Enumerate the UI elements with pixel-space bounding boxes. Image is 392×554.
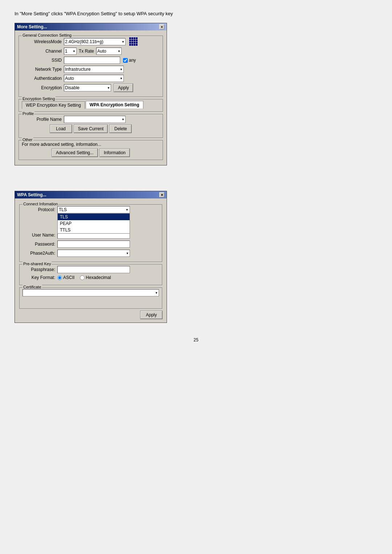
tx-rate-select-wrapper: Auto (96, 48, 122, 55)
password-input[interactable] (57, 241, 130, 248)
certificate-select[interactable] (23, 289, 159, 296)
phase2auth-select[interactable] (57, 250, 130, 257)
password-row: Password: (23, 241, 159, 248)
certificate-label: Certificate (23, 285, 42, 289)
apply-button-general[interactable]: Apply (114, 84, 133, 92)
wpa-apply-button[interactable]: Apply (140, 311, 162, 319)
key-format-label: Key Format: (23, 275, 55, 280)
ascii-radio[interactable] (57, 275, 62, 280)
phase2auth-select-wrapper (57, 250, 130, 257)
wpa-tab-button[interactable]: WPA Encryption Setting (86, 101, 143, 109)
profile-name-select[interactable] (64, 116, 126, 123)
wpa-apply-row: Apply (19, 311, 162, 319)
general-connection-group: General Connection Setting WirelessMode … (19, 36, 163, 97)
pre-shared-key-label: Pre-shared Key (23, 262, 52, 266)
encryption-label: Encryption (22, 85, 62, 90)
delete-button[interactable]: Delete (110, 125, 131, 133)
wpa-setting-content: Connect Infomation Protocol: TLS ▼ TLS P… (15, 198, 167, 323)
other-description: For more advanced setting, information..… (22, 142, 160, 147)
other-buttons-row: Advanced Setting... Information (22, 149, 160, 157)
certificate-select-wrapper (23, 289, 159, 296)
close-icon: ✕ (160, 193, 163, 197)
load-button[interactable]: Load (50, 125, 72, 133)
ssid-any-label: any (129, 58, 136, 63)
channel-select[interactable]: 1 (64, 48, 77, 55)
wpa-setting-close-button[interactable]: ✕ (159, 192, 164, 197)
profile-group: Profile Profile Name Load Save Current D… (19, 114, 163, 138)
key-format-radio-group: ASCII Hexadecimal (57, 275, 111, 280)
certificate-row (23, 289, 159, 296)
channel-row: Channel 1 Tx Rate Auto (22, 48, 160, 55)
more-setting-title-bar: More Setting... × (15, 23, 167, 30)
auth-select[interactable]: Auto (64, 75, 124, 82)
protocol-options-list: TLS PEAP TTLS (57, 213, 130, 234)
hexadecimal-radio-label[interactable]: Hexadecimal (80, 275, 111, 280)
wireless-mode-select-wrapper: 2.4GHz(802.11b+g) (64, 38, 126, 45)
wpa-setting-title: WPA Setting... (17, 192, 46, 197)
grid-icon (129, 37, 138, 46)
network-type-row: Network Type Infrastructure (22, 66, 160, 73)
page-description: In "More Setting" clicks "WPA Encryption… (15, 11, 377, 16)
key-format-row: Key Format: ASCII Hexadecimal (23, 275, 159, 280)
ssid-row: SSID any (22, 57, 160, 64)
pre-shared-key-group: Pre-shared Key Passphrase: Key Format: A… (19, 264, 162, 285)
tx-rate-select[interactable]: Auto (96, 48, 122, 55)
wireless-mode-label: WirelessMode (22, 39, 62, 44)
channel-label: Channel (22, 49, 62, 54)
protocol-option-tls[interactable]: TLS (58, 214, 130, 220)
password-label: Password: (23, 242, 55, 247)
wireless-mode-row: WirelessMode 2.4GHz(802.11b+g) (22, 37, 160, 46)
tx-rate-label: Tx Rate (79, 49, 94, 54)
channel-select-wrapper: 1 (64, 48, 77, 55)
encryption-select[interactable]: Disable (64, 84, 111, 91)
encryption-setting-group: Encryption Setting WEP Encryption Key Se… (19, 99, 163, 112)
hexadecimal-label: Hexadecimal (86, 275, 111, 280)
protocol-select-box[interactable]: TLS ▼ (57, 206, 130, 213)
protocol-selected-value: TLS (59, 207, 67, 212)
connect-info-group: Connect Infomation Protocol: TLS ▼ TLS P… (19, 204, 162, 262)
encryption-row: Encryption Disable Apply (22, 84, 160, 92)
advanced-setting-button[interactable]: Advanced Setting... (52, 149, 98, 157)
wpa-setting-title-bar: WPA Setting... ✕ (15, 191, 167, 198)
other-label: Other (22, 138, 33, 142)
hexadecimal-radio[interactable] (80, 275, 85, 280)
protocol-dropdown-arrow: ▼ (126, 208, 128, 212)
passphrase-label: Passphrase: (23, 267, 55, 272)
connect-info-label: Connect Infomation (23, 202, 58, 206)
protocol-option-ttls[interactable]: TTLS (58, 227, 130, 233)
ssid-label: SSID (22, 58, 62, 63)
auth-label: Authentication (22, 76, 62, 81)
username-label: User Name: (23, 233, 55, 238)
protocol-row: Protocol: TLS ▼ TLS PEAP TTLS (23, 206, 159, 213)
passphrase-row: Passphrase: (23, 266, 159, 273)
network-type-select[interactable]: Infrastructure (64, 66, 124, 73)
more-setting-window: More Setting... × General Connection Set… (15, 23, 167, 165)
ssid-any-checkbox[interactable] (123, 58, 128, 63)
protocol-option-peap[interactable]: PEAP (58, 220, 130, 227)
certificate-group: Certificate (19, 287, 162, 309)
general-connection-label: General Connection Setting (22, 33, 72, 37)
information-button[interactable]: Information (100, 149, 130, 157)
protocol-dropdown-container: TLS ▼ TLS PEAP TTLS (57, 206, 130, 213)
profile-name-label: Profile Name (22, 117, 62, 122)
phase2auth-row: Phase2Auth: (23, 250, 159, 257)
page-number: 25 (15, 337, 377, 342)
more-setting-content: General Connection Setting WirelessMode … (15, 30, 167, 165)
wireless-mode-select[interactable]: 2.4GHz(802.11b+g) (64, 38, 126, 45)
auth-row: Authentication Auto (22, 75, 160, 82)
auth-select-wrapper: Auto (64, 75, 124, 82)
wep-tab-button[interactable]: WEP Encryption Key Setting (22, 101, 85, 109)
ascii-radio-label[interactable]: ASCII (57, 275, 74, 280)
encryption-select-wrapper: Disable (64, 84, 111, 91)
profile-label: Profile (22, 111, 34, 116)
encryption-setting-label: Encryption Setting (22, 97, 56, 101)
passphrase-input[interactable] (57, 266, 130, 273)
ssid-input[interactable] (64, 57, 120, 64)
protocol-label: Protocol: (23, 207, 55, 212)
encryption-tab-bar: WEP Encryption Key Setting WPA Encryptio… (22, 101, 160, 109)
more-setting-title: More Setting... (17, 24, 47, 29)
save-current-button[interactable]: Save Current (74, 125, 108, 133)
ascii-label: ASCII (63, 275, 74, 280)
more-setting-close-button[interactable]: × (159, 24, 164, 29)
wpa-setting-window: WPA Setting... ✕ Connect Infomation Prot… (15, 191, 167, 323)
